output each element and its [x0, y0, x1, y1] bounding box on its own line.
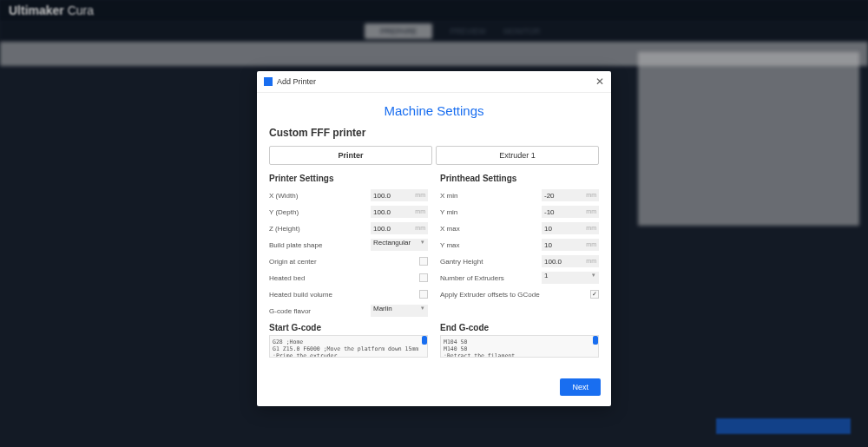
- gantry-input[interactable]: [542, 255, 583, 267]
- heated-vol-checkbox[interactable]: [419, 290, 428, 299]
- printer-name: Custom FFF printer: [269, 127, 599, 139]
- y-depth-label: Y (Depth): [269, 208, 371, 216]
- scrollbar-thumb[interactable]: [422, 336, 427, 345]
- origin-label: Origin at center: [269, 258, 419, 266]
- build-plate-select[interactable]: Rectangular: [371, 239, 428, 251]
- heated-bed-checkbox[interactable]: [419, 273, 428, 282]
- build-plate-label: Build plate shape: [269, 241, 371, 249]
- x-width-label: X (Width): [269, 192, 371, 200]
- extruders-select[interactable]: 1: [542, 272, 599, 284]
- start-gcode-textarea[interactable]: G28 ;Home G1 Z15.0 F6000 ;Move the platf…: [269, 335, 428, 358]
- y-depth-input[interactable]: [371, 206, 412, 218]
- x-min-input[interactable]: [542, 189, 583, 201]
- end-gcode-heading: End G-code: [440, 323, 599, 332]
- modal-window-title: Add Printer: [277, 77, 316, 86]
- heated-bed-label: Heated bed: [269, 274, 419, 282]
- printhead-settings-column: Printhead Settings X minmm Y minmm X max…: [440, 174, 599, 361]
- gantry-unit: mm: [583, 255, 599, 267]
- add-printer-modal: Add Printer ✕ Machine Settings Custom FF…: [257, 71, 611, 406]
- x-max-input[interactable]: [542, 222, 583, 234]
- y-min-unit: mm: [583, 206, 599, 218]
- z-height-input[interactable]: [371, 222, 412, 234]
- x-max-label: X max: [440, 225, 542, 233]
- tab-printer[interactable]: Printer: [269, 146, 432, 165]
- printer-settings-column: Printer Settings X (Width)mm Y (Depth)mm…: [269, 174, 428, 361]
- z-height-label: Z (Height): [269, 225, 371, 233]
- x-max-unit: mm: [583, 222, 599, 234]
- modal-titlebar: Add Printer ✕: [257, 71, 611, 93]
- printhead-settings-heading: Printhead Settings: [440, 174, 599, 183]
- gcode-flavor-select[interactable]: Marlin: [371, 305, 428, 317]
- gantry-label: Gantry Height: [440, 258, 542, 266]
- offsets-checkbox[interactable]: ✓: [590, 290, 599, 299]
- y-max-input[interactable]: [542, 239, 583, 251]
- y-min-input[interactable]: [542, 206, 583, 218]
- x-width-unit: mm: [412, 189, 428, 201]
- x-width-input[interactable]: [371, 189, 412, 201]
- tab-extruder[interactable]: Extruder 1: [436, 146, 599, 165]
- close-icon[interactable]: ✕: [595, 76, 604, 88]
- settings-tabs: Printer Extruder 1: [269, 146, 599, 165]
- heated-vol-label: Heated build volume: [269, 291, 419, 299]
- end-gcode-textarea[interactable]: M104 S0 M140 S0 ;Retract the filament: [440, 335, 599, 358]
- z-height-unit: mm: [412, 222, 428, 234]
- modal-heading: Machine Settings: [269, 103, 599, 118]
- offsets-label: Apply Extruder offsets to GCode: [440, 291, 590, 299]
- extruders-label: Number of Extruders: [440, 274, 542, 282]
- y-depth-unit: mm: [412, 206, 428, 218]
- gcode-flavor-label: G-code flavor: [269, 307, 371, 315]
- scrollbar-thumb[interactable]: [593, 336, 598, 345]
- modal-icon: [264, 77, 273, 86]
- x-min-unit: mm: [583, 189, 599, 201]
- start-gcode-heading: Start G-code: [269, 323, 428, 332]
- y-min-label: Y min: [440, 208, 542, 216]
- origin-checkbox[interactable]: [419, 257, 428, 266]
- x-min-label: X min: [440, 192, 542, 200]
- y-max-label: Y max: [440, 241, 542, 249]
- printer-settings-heading: Printer Settings: [269, 174, 428, 183]
- next-button[interactable]: Next: [560, 378, 601, 396]
- y-max-unit: mm: [583, 239, 599, 251]
